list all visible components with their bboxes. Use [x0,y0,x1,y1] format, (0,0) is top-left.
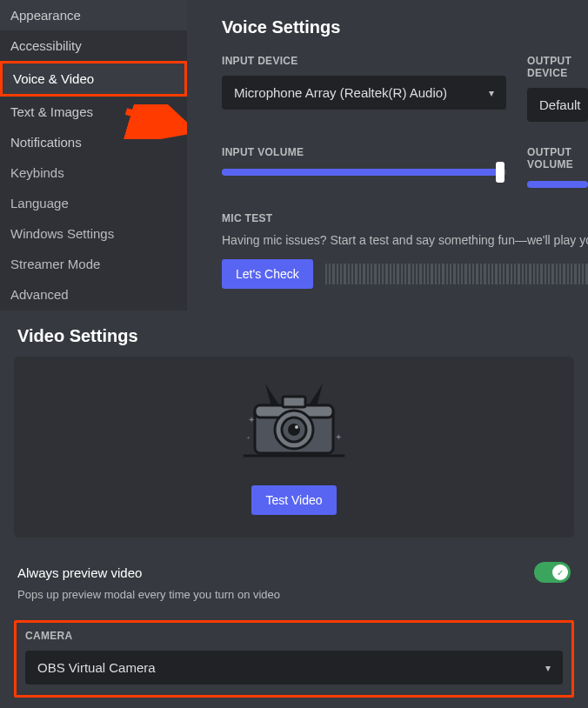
video-settings-heading: Video Settings [14,326,574,346]
sidebar-item-advanced[interactable]: Advanced [0,279,187,310]
svg-point-6 [288,424,300,436]
chevron-down-icon: ▾ [489,87,494,99]
camera-illustration-icon: ✦ ✦ + [229,379,359,466]
always-preview-toggle[interactable]: ✓ [534,562,571,583]
sidebar-item-streamer-mode[interactable]: Streamer Mode [0,249,187,279]
sidebar-item-notifications[interactable]: Notifications [0,127,187,157]
output-device-label: OUTPUT DEVICE [527,55,588,79]
check-icon: ✓ [552,564,568,580]
camera-value: OBS Virtual Camera [37,660,156,675]
camera-select-block: CAMERA OBS Virtual Camera ▾ [14,620,574,698]
svg-text:+: + [246,434,251,442]
always-preview-label: Always preview video [17,565,142,580]
mic-test-description: Having mic issues? Start a test and say … [222,233,588,247]
settings-sidebar: Appearance Accessibility Voice & Video T… [0,0,187,311]
sidebar-item-appearance[interactable]: Appearance [0,0,187,30]
output-volume-slider[interactable] [527,181,588,188]
mic-test-button[interactable]: Let's Check [222,259,313,289]
sidebar-item-language[interactable]: Language [0,188,187,218]
video-preview-card: ✦ ✦ + Test Video [14,357,574,538]
input-volume-slider[interactable] [222,169,506,176]
mic-test-label: MIC TEST [222,212,588,224]
sidebar-item-accessibility[interactable]: Accessibility [0,30,187,61]
video-settings-panel: Video Settings ✦ ✦ + Test Video Always p… [0,311,588,698]
voice-settings-heading: Voice Settings [222,17,588,37]
chevron-down-icon: ▾ [545,662,551,674]
output-device-value: Default [539,97,581,112]
svg-point-7 [295,425,298,429]
svg-text:✦: ✦ [248,415,255,424]
svg-rect-3 [283,397,305,407]
sidebar-item-windows-settings[interactable]: Windows Settings [0,218,187,249]
input-device-label: INPUT DEVICE [222,55,506,67]
input-device-value: Microphone Array (Realtek(R) Audio) [234,85,447,100]
test-video-button[interactable]: Test Video [251,485,336,515]
input-device-select[interactable]: Microphone Array (Realtek(R) Audio) ▾ [222,76,506,110]
sidebar-item-voice-video[interactable]: Voice & Video [0,61,187,97]
voice-settings-panel: Voice Settings INPUT DEVICE Microphone A… [187,0,588,311]
output-volume-label: OUTPUT VOLUME [527,146,588,170]
always-preview-description: Pops up preview modal every time you tur… [14,588,574,601]
sidebar-item-text-images[interactable]: Text & Images [0,97,187,127]
output-device-select[interactable]: Default [527,88,588,122]
camera-label: CAMERA [25,630,563,642]
input-volume-label: INPUT VOLUME [222,146,506,158]
camera-select[interactable]: OBS Virtual Camera ▾ [25,651,563,685]
sidebar-item-keybinds[interactable]: Keybinds [0,157,187,188]
svg-text:✦: ✦ [335,432,342,442]
mic-level-meter [325,264,588,284]
